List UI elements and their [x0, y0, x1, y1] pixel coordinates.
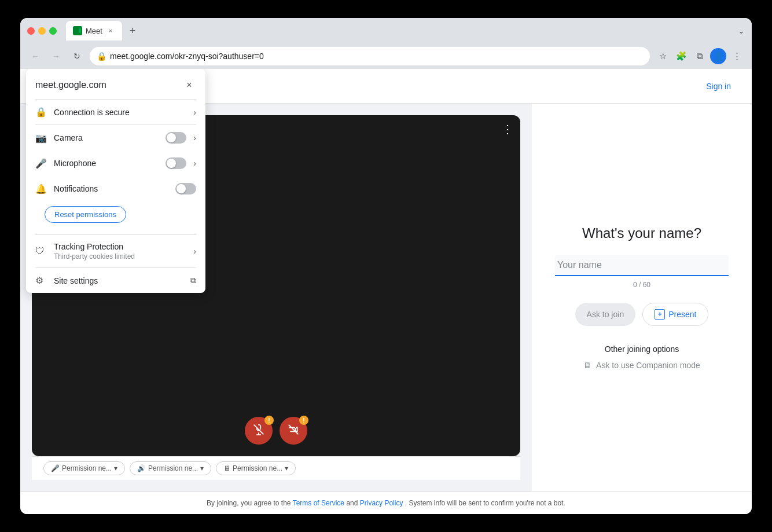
name-input[interactable] — [555, 255, 729, 276]
join-title: What's your name? — [582, 225, 701, 241]
site-settings-external-icon: ⧉ — [190, 276, 196, 285]
forward-button[interactable]: → — [48, 48, 64, 64]
speaker-perm-label: Permission ne... — [148, 464, 198, 472]
join-actions: Ask to join + Present — [575, 303, 709, 326]
tab-close-button[interactable]: × — [106, 26, 115, 35]
ask-to-join-button[interactable]: Ask to join — [575, 303, 636, 326]
lock-icon: 🔒 — [97, 52, 106, 61]
microphone-toggle-knob — [167, 159, 176, 168]
other-options-title: Other joining options — [605, 344, 679, 354]
cam-perm-icon: 🖥 — [223, 464, 230, 472]
maximize-traffic-light[interactable] — [49, 27, 57, 35]
tab-favicon — [73, 26, 82, 35]
page-content: meet.google.com × 🔒 Connection is secure… — [20, 69, 752, 514]
cam-perm-label: Permission ne... — [233, 464, 282, 472]
minimize-traffic-light[interactable] — [38, 27, 46, 35]
privacy-link[interactable]: Privacy Policy — [360, 499, 403, 507]
speaker-perm-icon: 🔊 — [137, 464, 146, 472]
popup-microphone-row[interactable]: 🎤 Microphone › — [26, 151, 205, 176]
footer-text-after: . System info will be sent to confirm yo… — [405, 499, 565, 507]
video-controls: ! ! — [245, 417, 307, 445]
video-menu-button[interactable]: ⋮ — [502, 122, 513, 136]
address-text: meet.google.com/okr-znyq-soi?authuser=0 — [110, 52, 643, 61]
companion-mode-option[interactable]: 🖥 Ask to use Companion mode — [583, 361, 700, 370]
back-button[interactable]: ← — [27, 48, 43, 64]
connection-label: Connection is secure — [54, 108, 186, 117]
lock-icon: 🔒 — [35, 107, 47, 118]
bookmark-button[interactable]: ☆ — [655, 48, 671, 64]
microphone-arrow: › — [193, 159, 196, 168]
tracking-sub: Third-party cookies limited — [54, 252, 186, 261]
active-tab[interactable]: Meet × — [66, 21, 122, 41]
svg-line-11 — [289, 424, 299, 434]
reload-button[interactable]: ↻ — [69, 48, 85, 64]
mic-off-icon — [253, 424, 264, 438]
page-footer: By joining, you agree to the Terms of Se… — [20, 491, 752, 514]
popup-connection-row[interactable]: 🔒 Connection is secure › — [26, 100, 205, 124]
notifications-toggle[interactable] — [175, 183, 196, 195]
microphone-label: Microphone — [54, 159, 159, 168]
present-icon: + — [655, 309, 665, 320]
terms-link[interactable]: Terms of Service — [293, 499, 344, 507]
cam-permission-button[interactable]: 🖥 Permission ne... ▾ — [216, 461, 296, 475]
camera-toggle[interactable] — [166, 132, 186, 144]
tracking-icon: 🛡 — [35, 246, 47, 256]
popup-camera-row[interactable]: 📷 Camera › — [26, 125, 205, 151]
tab-title: Meet — [86, 27, 102, 35]
cam-alert-badge: ! — [299, 416, 308, 425]
menu-button[interactable]: ⋮ — [729, 48, 745, 64]
address-bar[interactable]: 🔒 meet.google.com/okr-znyq-soi?authuser=… — [90, 47, 650, 65]
nav-actions: ☆ 🧩 ⧉ 👤 ⋮ — [655, 48, 745, 64]
camera-label: Camera — [54, 133, 159, 142]
popup-site-settings-row[interactable]: ⚙ Site settings ⧉ — [26, 268, 205, 293]
notifications-toggle-knob — [177, 184, 186, 193]
popup-notifications-row[interactable]: 🔔 Notifications — [26, 176, 205, 201]
reset-permissions-button[interactable]: Reset permissions — [45, 206, 126, 223]
mute-button[interactable]: ! — [245, 417, 273, 445]
title-bar: Meet × + ⌄ — [20, 18, 752, 43]
camera-button[interactable]: ! — [280, 417, 307, 445]
tab-bar: Meet × + ⌄ — [66, 21, 745, 41]
popup-tracking-row[interactable]: 🛡 Tracking Protection Third-party cookie… — [26, 235, 205, 267]
popup-close-button[interactable]: × — [182, 78, 196, 92]
close-traffic-light[interactable] — [27, 27, 35, 35]
right-panel: What's your name? 0 / 60 Ask to join + P… — [532, 104, 752, 491]
new-tab-button[interactable]: + — [124, 23, 141, 39]
mic-perm-icon: 🎤 — [51, 464, 60, 472]
camera-arrow: › — [193, 133, 196, 142]
profile-button[interactable]: 👤 — [710, 48, 726, 64]
mic-permission-button[interactable]: 🎤 Permission ne... ▾ — [43, 461, 125, 475]
navigation-bar: ← → ↻ 🔒 meet.google.com/okr-znyq-soi?aut… — [20, 43, 752, 69]
companion-label: Ask to use Companion mode — [596, 361, 700, 370]
mic-alert-badge: ! — [264, 416, 274, 425]
split-view-button[interactable]: ⧉ — [692, 48, 708, 64]
connection-arrow: › — [193, 108, 196, 117]
settings-icon: ⚙ — [35, 275, 47, 286]
name-input-container — [555, 255, 729, 276]
camera-toggle-knob — [167, 133, 176, 142]
traffic-lights — [27, 27, 57, 35]
camera-icon: 📷 — [35, 133, 47, 144]
speaker-permission-button[interactable]: 🔊 Permission ne... ▾ — [130, 461, 211, 475]
cam-off-icon — [288, 424, 299, 438]
notifications-label: Notifications — [54, 184, 168, 193]
companion-icon: 🖥 — [583, 361, 591, 370]
mic-perm-label: Permission ne... — [62, 464, 112, 472]
present-button[interactable]: + Present — [642, 303, 708, 326]
speaker-perm-arrow: ▾ — [200, 464, 204, 472]
microphone-toggle[interactable] — [166, 157, 186, 169]
site-info-popup: meet.google.com × 🔒 Connection is secure… — [26, 69, 205, 293]
footer-text-before: By joining, you agree to the — [207, 499, 291, 507]
tab-expand-button[interactable]: ⌄ — [738, 26, 745, 35]
svg-rect-2 — [74, 28, 79, 33]
microphone-icon: 🎤 — [35, 158, 47, 169]
present-label: Present — [668, 310, 696, 319]
tracking-arrow: › — [193, 247, 196, 256]
popup-title: meet.google.com — [35, 80, 106, 90]
sign-in-button[interactable]: Sign in — [697, 77, 740, 96]
cam-perm-arrow: ▾ — [285, 464, 288, 472]
permission-bar: 🎤 Permission ne... ▾ 🔊 Permission ne... … — [32, 456, 520, 480]
extensions-button[interactable]: 🧩 — [673, 48, 689, 64]
mic-perm-arrow: ▾ — [114, 464, 117, 472]
popup-header: meet.google.com × — [26, 69, 205, 99]
